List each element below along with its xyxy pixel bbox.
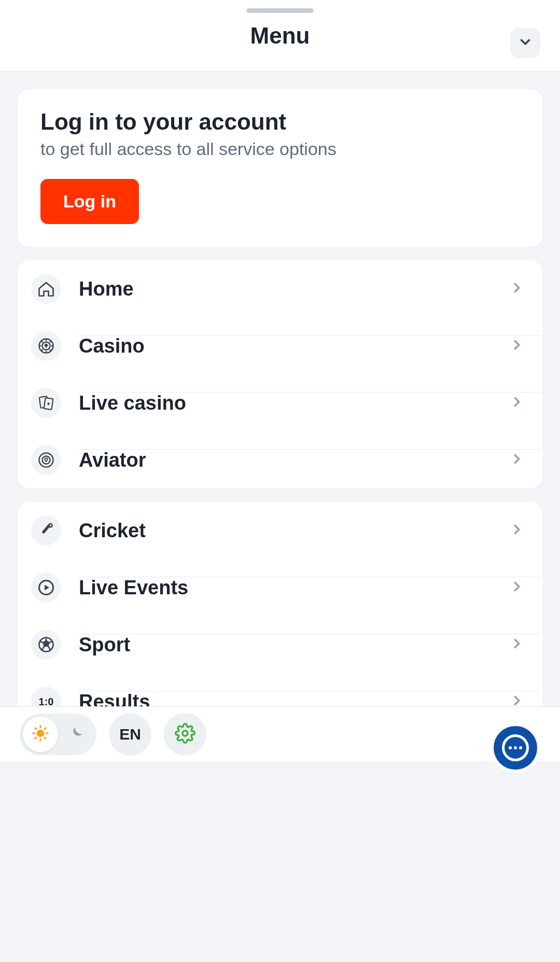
login-title: Log in to your account (40, 109, 520, 135)
menu-section-sports: Cricket Live Events Sport (18, 502, 542, 730)
home-icon (31, 274, 61, 304)
svg-line-8 (41, 350, 43, 351)
svg-point-12 (39, 453, 53, 467)
login-subtitle: to get full access to all service option… (40, 139, 520, 159)
svg-line-6 (41, 341, 43, 343)
menu-item-sport[interactable]: Sport (18, 616, 542, 673)
svg-line-33 (45, 728, 46, 729)
moon-icon (67, 725, 84, 744)
chevron-right-icon (509, 394, 525, 412)
login-button[interactable]: Log in (40, 179, 139, 224)
chat-support-button[interactable] (491, 723, 540, 773)
chevron-down-icon (517, 34, 533, 52)
svg-line-32 (35, 737, 36, 738)
chat-icon (502, 734, 529, 761)
svg-line-30 (35, 728, 36, 729)
menu-item-label: Cricket (79, 520, 509, 542)
bottom-toolbar: EN (0, 706, 560, 761)
svg-line-7 (50, 350, 51, 351)
menu-section-main: Home Casino Live casino (18, 260, 542, 489)
drag-handle[interactable] (246, 8, 314, 13)
menu-item-label: Aviator (79, 449, 509, 471)
chevron-right-icon (509, 579, 525, 596)
menu-item-label: Casino (79, 335, 509, 357)
svg-point-34 (183, 731, 188, 736)
svg-line-9 (50, 341, 51, 343)
language-button[interactable]: EN (109, 713, 151, 756)
svg-point-25 (37, 730, 43, 736)
svg-line-23 (42, 646, 45, 650)
gear-icon (175, 723, 195, 746)
menu-title: Menu (250, 23, 310, 49)
login-card: Log in to your account to get full acces… (18, 89, 542, 247)
svg-line-24 (40, 642, 44, 643)
casino-chip-icon (31, 331, 61, 361)
sun-icon (32, 724, 49, 744)
menu-item-cricket[interactable]: Cricket (18, 502, 542, 559)
play-circle-icon (31, 573, 61, 603)
playing-cards-icon (31, 388, 61, 418)
svg-marker-17 (45, 585, 49, 591)
svg-line-22 (48, 646, 50, 650)
svg-point-13 (43, 456, 50, 464)
menu-header: Menu (0, 0, 560, 72)
menu-item-live-casino[interactable]: Live casino (18, 374, 542, 431)
aviator-chip-icon (31, 445, 61, 475)
svg-point-15 (49, 524, 52, 527)
chevron-right-icon (509, 636, 525, 653)
cricket-icon (31, 515, 61, 546)
dark-mode-button[interactable] (58, 717, 93, 752)
close-button[interactable] (510, 28, 540, 58)
menu-item-label: Live casino (79, 392, 509, 414)
chevron-right-icon (509, 337, 525, 355)
menu-item-label: Home (79, 278, 509, 300)
soccer-ball-icon (31, 630, 61, 660)
svg-rect-14 (41, 524, 51, 534)
chevron-right-icon (509, 451, 525, 469)
chevron-right-icon (509, 280, 525, 298)
svg-marker-19 (44, 641, 49, 646)
menu-item-aviator[interactable]: Aviator (18, 431, 542, 489)
menu-item-label: Live Events (79, 577, 509, 599)
menu-item-casino[interactable]: Casino (18, 317, 542, 374)
chevron-right-icon (509, 522, 525, 539)
svg-line-31 (45, 737, 46, 738)
theme-toggle[interactable] (20, 714, 96, 755)
settings-button[interactable] (164, 713, 206, 756)
menu-item-live-events[interactable]: Live Events (18, 559, 542, 616)
light-mode-button[interactable] (23, 717, 58, 752)
menu-item-label: Sport (79, 634, 509, 656)
svg-line-21 (49, 642, 52, 643)
menu-item-home[interactable]: Home (18, 260, 542, 317)
